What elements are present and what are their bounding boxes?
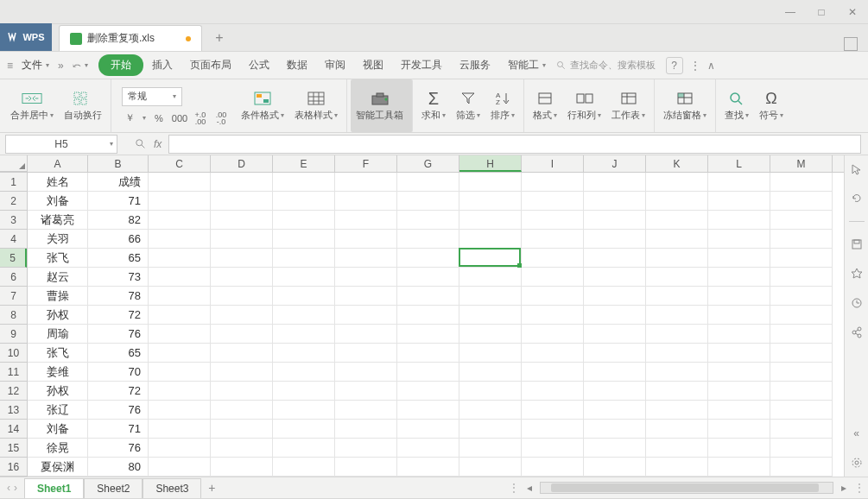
conditional-format-button[interactable]: 条件格式▾ [236, 79, 289, 132]
cell[interactable] [522, 420, 584, 439]
cell[interactable] [770, 382, 833, 401]
menu-overflow-left2[interactable]: ⤺ [73, 60, 81, 72]
hscroll-thumb[interactable] [551, 483, 819, 492]
file-menu[interactable]: 文件 ▾ [16, 58, 54, 73]
format-button[interactable]: 格式▾ [528, 79, 562, 132]
cell[interactable] [459, 230, 522, 249]
cell[interactable] [149, 344, 211, 363]
cell[interactable] [770, 173, 833, 192]
cell[interactable] [273, 363, 335, 382]
star-icon[interactable] [850, 267, 864, 281]
cell[interactable] [273, 401, 335, 420]
cell[interactable] [770, 401, 833, 420]
cell[interactable] [646, 211, 708, 230]
cell[interactable] [646, 344, 708, 363]
cell[interactable] [335, 287, 397, 306]
cell[interactable] [273, 458, 335, 477]
cell[interactable] [522, 458, 584, 477]
cell[interactable] [273, 382, 335, 401]
find-button[interactable]: 查找▾ [719, 79, 754, 132]
add-sheet-button[interactable]: + [201, 481, 222, 495]
cell[interactable] [584, 420, 646, 439]
number-format-select[interactable]: 常规▾ [122, 87, 182, 106]
cell[interactable]: 张飞 [28, 344, 88, 363]
cell[interactable] [335, 382, 397, 401]
cell[interactable] [770, 420, 833, 439]
cell[interactable] [149, 306, 211, 325]
cell[interactable] [397, 249, 459, 268]
row-header-10[interactable]: 10 [0, 344, 27, 363]
document-tab[interactable]: 删除重复项.xls [59, 25, 202, 51]
cell[interactable] [770, 230, 833, 249]
cell[interactable] [335, 230, 397, 249]
cell[interactable] [397, 363, 459, 382]
cell[interactable] [211, 382, 273, 401]
cell[interactable] [708, 420, 770, 439]
col-header-F[interactable]: F [335, 155, 397, 172]
cell[interactable] [459, 192, 522, 211]
menu-tab-0[interactable]: 开始 [98, 54, 143, 76]
row-header-12[interactable]: 12 [0, 382, 27, 401]
cell[interactable] [459, 268, 522, 287]
cell[interactable] [397, 439, 459, 458]
cell[interactable] [522, 401, 584, 420]
cell[interactable] [211, 401, 273, 420]
cell[interactable] [335, 401, 397, 420]
menu-collapse-icon[interactable]: ∧ [707, 60, 715, 72]
cell[interactable] [459, 287, 522, 306]
cell[interactable] [708, 173, 770, 192]
split-marker-right[interactable]: ⋮ [854, 482, 865, 494]
row-header-16[interactable]: 16 [0, 458, 27, 477]
cell[interactable]: 66 [88, 230, 149, 249]
cell[interactable] [646, 173, 708, 192]
cell[interactable] [522, 325, 584, 344]
row-header-13[interactable]: 13 [0, 401, 27, 420]
tab-overflow-icon[interactable] [844, 37, 858, 51]
cell[interactable] [584, 192, 646, 211]
cell[interactable] [770, 363, 833, 382]
cell[interactable] [459, 211, 522, 230]
cell[interactable] [335, 363, 397, 382]
cell[interactable]: 70 [88, 363, 149, 382]
cell[interactable] [273, 173, 335, 192]
clock-icon[interactable] [850, 296, 864, 310]
menu-overflow-left[interactable]: » [58, 60, 64, 72]
row-header-5[interactable]: 5 [0, 249, 27, 268]
cell[interactable]: 孙权 [28, 306, 88, 325]
cell[interactable] [459, 382, 522, 401]
cell[interactable] [646, 382, 708, 401]
menu-tab-3[interactable]: 公式 [240, 54, 278, 76]
cell[interactable] [273, 192, 335, 211]
cell[interactable] [584, 458, 646, 477]
cell[interactable] [211, 325, 273, 344]
rail-collapse-icon[interactable]: « [850, 426, 864, 440]
cell[interactable] [459, 439, 522, 458]
cell[interactable] [211, 363, 273, 382]
cell[interactable] [397, 306, 459, 325]
cell[interactable] [149, 192, 211, 211]
cell[interactable] [335, 306, 397, 325]
cell[interactable] [584, 306, 646, 325]
cell[interactable] [459, 249, 522, 268]
cell[interactable] [211, 192, 273, 211]
freeze-button[interactable]: 冻结窗格▾ [658, 79, 716, 132]
cell[interactable]: 张飞 [28, 249, 88, 268]
cell[interactable] [211, 268, 273, 287]
cell[interactable] [273, 439, 335, 458]
filter-button[interactable]: 筛选▾ [451, 79, 485, 132]
name-box[interactable]: H5 ▾ [5, 135, 117, 154]
cell[interactable]: 张辽 [28, 401, 88, 420]
cell[interactable] [149, 325, 211, 344]
row-header-14[interactable]: 14 [0, 420, 27, 439]
cell[interactable] [459, 306, 522, 325]
cell[interactable] [770, 306, 833, 325]
cell[interactable] [584, 382, 646, 401]
cell[interactable] [335, 344, 397, 363]
cell[interactable] [459, 363, 522, 382]
cell[interactable] [273, 344, 335, 363]
cell[interactable] [584, 173, 646, 192]
cell[interactable] [273, 249, 335, 268]
row-header-6[interactable]: 6 [0, 268, 27, 287]
cell[interactable] [708, 382, 770, 401]
cell[interactable] [335, 325, 397, 344]
